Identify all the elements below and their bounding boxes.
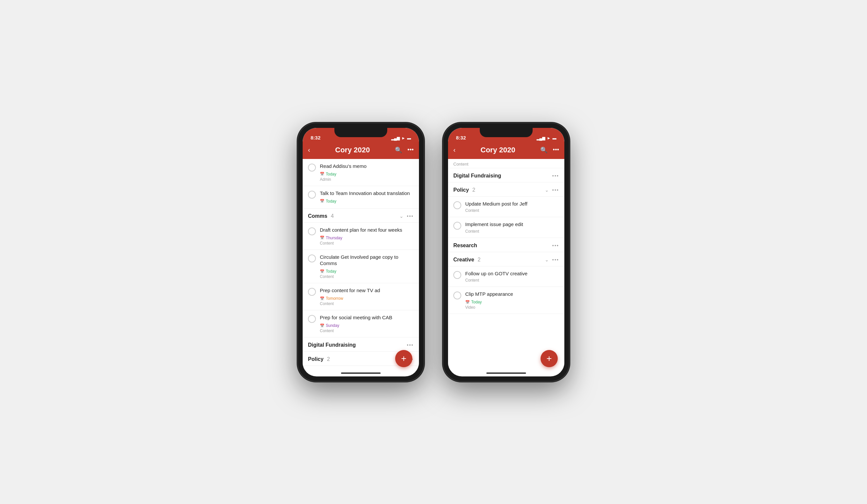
more-icon-comms[interactable]: ••• [407,214,414,219]
task-title-update-medium: Update Medium post for Jeff [465,201,559,207]
fab-button-left[interactable]: + [395,350,413,367]
header-left: ‹ Cory 2020 🔍 ••• [303,142,419,159]
task-implement-issue[interactable]: Implement issue page edit Content [448,217,564,238]
back-button-left[interactable]: ‹ [308,146,310,154]
status-icons-right: ▂▄▆ ► ▬ [537,136,556,140]
task-tag-implement-issue: Content [465,229,559,234]
section-header-research[interactable]: Research ••• [448,238,564,252]
section-title-creative: Creative 2 [453,257,481,263]
task-title-circulate: Circulate Get Involved page copy to Comm… [320,254,414,267]
task-tag-clip-mtp: Video [465,305,559,310]
task-content-implement-issue: Implement issue page edit Content [465,221,559,234]
home-bar-right [486,373,526,374]
calendar-icon-prep-cab: 📅 [320,323,324,328]
task-date-talk-team: 📅 Today [320,199,336,204]
task-draft-content[interactable]: Draft content plan for next four weeks 📅… [303,223,419,250]
status-icons-left: ▂▄▆ ► ▬ [391,136,411,140]
task-content-prep-cab: Prep for social meeting with CAB 📅 Sunda… [320,314,414,333]
more-icon-policy2[interactable]: ••• [552,187,559,193]
wifi-icon-left: ► [402,136,405,140]
search-icon-right[interactable]: 🔍 [540,147,547,154]
section-header-policy2[interactable]: Policy 2 ⌄ ••• [448,182,564,197]
task-circulate[interactable]: Circulate Get Involved page copy to Comm… [303,250,419,283]
back-button-right[interactable]: ‹ [453,146,456,154]
task-checkbox-update-medium[interactable] [453,201,461,209]
task-checkbox-clip-mtp[interactable] [453,291,461,299]
task-gotv-creative[interactable]: Follow up on GOTV creative Content [448,266,564,287]
section-actions-comms: ⌄ ••• [399,214,414,219]
task-title-gotv-creative: Follow up on GOTV creative [465,270,559,277]
task-checkbox-implement-issue[interactable] [453,222,461,230]
notch-right [480,128,533,137]
task-title-read-addisu: Read Addisu's memo [320,163,414,170]
more-icon-digital-fundraising[interactable]: ••• [407,342,414,348]
status-time-right: 8:32 [456,135,466,140]
search-icon-left[interactable]: 🔍 [395,147,402,154]
more-icon-creative[interactable]: ••• [552,257,559,262]
task-checkbox-prep-tv[interactable] [308,288,316,296]
home-indicator-right [448,370,564,376]
more-icon-left[interactable]: ••• [407,147,414,153]
task-content-update-medium: Update Medium post for Jeff Content [465,201,559,213]
task-title-clip-mtp: Clip MTP appearance [465,291,559,298]
section-title-policy2: Policy 2 [453,187,475,193]
calendar-icon-talk-team: 📅 [320,199,324,203]
task-title-talk-team: Talk to Team Innovation about translatio… [320,190,414,197]
task-title-prep-tv: Prep content for new TV ad [320,287,414,294]
task-checkbox-circulate[interactable] [308,255,316,262]
task-date-clip-mtp: 📅 Today [465,300,482,304]
section-actions-policy2: ⌄ ••• [545,187,559,193]
task-talk-team[interactable]: Talk to Team Innovation about translatio… [303,186,419,208]
calendar-icon-draft-content: 📅 [320,236,324,240]
task-read-addisu[interactable]: Read Addisu's memo 📅 Today Admin [303,159,419,186]
section-title-policy: Policy 2 [308,356,330,362]
task-update-medium[interactable]: Update Medium post for Jeff Content [448,197,564,217]
phone-left: 8:32 ▂▄▆ ► ▬ ‹ Cory 2020 🔍 ••• Read Addi… [298,123,424,381]
header-right: ‹ Cory 2020 🔍 ••• [448,142,564,159]
task-checkbox-talk-team[interactable] [308,191,316,199]
task-date-prep-cab: 📅 Sunday [320,323,339,328]
page-title-right: Cory 2020 [480,146,515,154]
phone-screen-right: 8:32 ▂▄▆ ► ▬ ‹ Cory 2020 🔍 ••• Content D… [448,128,564,376]
chevron-icon-comms[interactable]: ⌄ [399,214,404,219]
chevron-icon-policy2[interactable]: ⌄ [545,187,549,193]
more-icon-research[interactable]: ••• [552,243,559,248]
task-date-circulate: 📅 Today [320,269,336,274]
task-checkbox-prep-cab[interactable] [308,315,316,323]
task-tag-update-medium: Content [465,208,559,213]
header-icons-left: 🔍 ••• [395,147,414,154]
task-content-read-addisu: Read Addisu's memo 📅 Today Admin [320,163,414,182]
task-prep-cab[interactable]: Prep for social meeting with CAB 📅 Sunda… [303,310,419,337]
task-tag-prep-tv: Content [320,301,414,306]
section-header-comms[interactable]: Comms 4 ⌄ ••• [303,208,419,223]
home-indicator-left [303,370,419,376]
section-title-digital-fundraising2: Digital Fundraising [453,173,501,179]
section-title-digital-fundraising: Digital Fundraising [308,342,356,348]
more-icon-digital-fundraising2[interactable]: ••• [552,173,559,179]
calendar-icon-circulate: 📅 [320,269,324,274]
section-title-research: Research [453,243,477,248]
phone-screen-left: 8:32 ▂▄▆ ► ▬ ‹ Cory 2020 🔍 ••• Read Addi… [303,128,419,376]
chevron-icon-creative[interactable]: ⌄ [545,257,549,262]
fab-button-right[interactable]: + [540,350,558,367]
signal-icon-right: ▂▄▆ [537,136,546,140]
content-left: Read Addisu's memo 📅 Today Admin Talk to… [303,159,419,370]
task-prep-tv[interactable]: Prep content for new TV ad 📅 Tomorrow Co… [303,283,419,310]
wifi-icon-right: ► [547,136,551,140]
section-header-digital-fundraising[interactable]: Digital Fundraising ••• [303,337,419,352]
calendar-icon-read-addisu: 📅 [320,172,324,176]
more-icon-right[interactable]: ••• [553,147,559,153]
task-clip-mtp[interactable]: Clip MTP appearance 📅 Today Video [448,287,564,314]
task-tag-prep-cab: Content [320,329,414,333]
task-checkbox-read-addisu[interactable] [308,164,316,172]
task-checkbox-draft-content[interactable] [308,227,316,235]
task-checkbox-gotv-creative[interactable] [453,271,461,279]
task-tag-draft-content: Content [320,241,414,246]
section-title-comms: Comms 4 [308,213,334,219]
signal-icon-left: ▂▄▆ [391,136,400,140]
section-header-creative[interactable]: Creative 2 ⌄ ••• [448,252,564,266]
section-header-digital-fundraising2[interactable]: Digital Fundraising ••• [448,168,564,182]
top-label-content: Content [448,159,564,168]
task-title-implement-issue: Implement issue page edit [465,221,559,228]
phone-right: 8:32 ▂▄▆ ► ▬ ‹ Cory 2020 🔍 ••• Content D… [443,123,569,381]
